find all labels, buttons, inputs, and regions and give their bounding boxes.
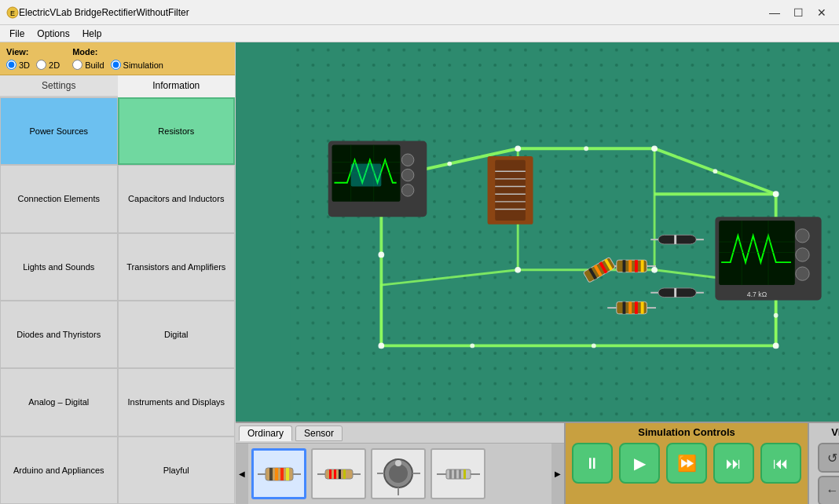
svg-point-46 [796, 248, 809, 261]
svg-point-17 [713, 169, 717, 173]
svg-point-18 [774, 313, 779, 318]
sim-pause-button[interactable]: ⏸ [572, 443, 613, 484]
comp-digital[interactable]: Digital [118, 301, 236, 368]
tray-tabs: Ordinary Sensor [236, 423, 564, 444]
comp-diodes-thyristors[interactable]: Diodes and Thyristors [0, 301, 118, 368]
move-left-button[interactable]: ← [818, 476, 840, 504]
tray-tab-ordinary[interactable]: Ordinary [239, 425, 292, 441]
svg-point-9 [651, 145, 658, 152]
comp-capacitors-inductors[interactable]: Capacitors and Inductors [118, 165, 236, 232]
mode-simulation-label[interactable]: Simulation [111, 60, 163, 70]
svg-rect-99 [454, 469, 456, 479]
view-3d-label[interactable]: 3D [6, 60, 30, 70]
svg-point-10 [773, 191, 779, 197]
view-radio-row: 3D 2D [6, 60, 60, 70]
titlebar: E ElectricVLab BridgeRectifierWithoutFil… [0, 0, 839, 25]
svg-rect-53 [628, 260, 632, 272]
svg-rect-55 [641, 260, 644, 272]
svg-point-36 [401, 169, 413, 181]
svg-rect-81 [286, 468, 289, 480]
tab-information[interactable]: Information [118, 75, 236, 97]
view-3d-radio[interactable] [6, 60, 16, 70]
comp-arduino-appliances[interactable]: Arduino and Appliances [0, 436, 118, 504]
tab-settings[interactable]: Settings [0, 75, 118, 97]
svg-rect-100 [459, 469, 461, 479]
svg-rect-22 [495, 160, 526, 221]
comp-connection-elements[interactable]: Connection Elements [0, 165, 118, 232]
tray-item-4[interactable] [430, 448, 485, 499]
main-layout: View: 3D 2D Mode: Build [0, 42, 839, 504]
svg-rect-69 [674, 235, 676, 244]
rotate-left-button[interactable]: ↺ [818, 443, 840, 473]
tray-item-2[interactable] [311, 448, 366, 499]
svg-rect-98 [449, 469, 452, 479]
tray-scroll-right[interactable]: ▶ [551, 444, 564, 504]
comp-playful[interactable]: Playful [118, 436, 236, 504]
app-icon: E [6, 6, 19, 19]
svg-rect-87 [339, 469, 341, 479]
bottom-area: Ordinary Sensor ◀ [236, 422, 839, 504]
tray-item-1[interactable] [251, 448, 306, 499]
svg-rect-85 [329, 469, 332, 479]
svg-point-19 [592, 344, 596, 349]
svg-rect-73 [674, 288, 676, 298]
svg-rect-78 [269, 468, 273, 480]
maximize-button[interactable]: ☐ [787, 5, 809, 20]
svg-point-14 [651, 267, 658, 273]
svg-point-15 [447, 162, 452, 166]
svg-rect-72 [658, 288, 696, 298]
comp-analog-digital[interactable]: Analog – Digital [0, 368, 118, 436]
svg-text:E: E [10, 9, 15, 17]
svg-point-45 [796, 229, 809, 243]
svg-point-6 [378, 252, 384, 258]
menu-options[interactable]: Options [31, 27, 75, 41]
tray-tab-sensor[interactable]: Sensor [295, 425, 343, 441]
menubar: File Options Help [0, 25, 839, 42]
sim-play-button[interactable]: ▶ [619, 443, 660, 484]
left-panel: View: 3D 2D Mode: Build [0, 42, 236, 504]
svg-point-8 [515, 145, 521, 152]
menu-help[interactable]: Help [76, 27, 108, 41]
svg-rect-61 [635, 301, 638, 313]
svg-rect-54 [635, 260, 638, 272]
view-2d-label[interactable]: 2D [36, 60, 60, 70]
comp-transistors-amplifiers[interactable]: Transistors and Amplifiers [118, 233, 236, 301]
svg-point-16 [584, 146, 588, 151]
circuit-canvas[interactable]: 4.7 kΩ [236, 42, 839, 422]
view-2d-radio[interactable] [36, 60, 46, 70]
svg-rect-86 [334, 469, 336, 479]
svg-point-13 [515, 267, 521, 273]
mode-radio-row: Build Simulation [72, 60, 163, 70]
tray-scroll-left[interactable]: ◀ [236, 444, 248, 504]
sim-step-button[interactable]: ⏭ [713, 443, 754, 484]
menu-file[interactable]: File [3, 27, 31, 41]
mode-build-label[interactable]: Build [72, 60, 104, 70]
view-buttons: ↺ ↑ 🔍+ ← ↓ → ↻ 🔍- [818, 443, 840, 504]
svg-text:4.7 kΩ: 4.7 kΩ [747, 290, 768, 298]
minimize-button[interactable]: — [764, 5, 786, 20]
view-mode-bar: View: 3D 2D Mode: Build [0, 42, 235, 75]
sim-rewind-button[interactable]: ⏮ [760, 443, 801, 484]
svg-rect-60 [628, 301, 632, 313]
sim-fast-forward-button[interactable]: ⏩ [666, 443, 707, 484]
close-button[interactable]: ✕ [811, 5, 833, 20]
view-controls-label: View Controls [831, 426, 839, 438]
comp-instruments-displays[interactable]: Instruments and Displays [118, 368, 236, 436]
mode-simulation-radio[interactable] [111, 60, 121, 70]
sim-controls-label: Simulation Controls [638, 426, 735, 438]
svg-point-47 [796, 267, 809, 280]
svg-point-35 [401, 154, 413, 166]
component-tray: Ordinary Sensor ◀ [236, 423, 566, 504]
comp-resistors[interactable]: Resistors [118, 97, 236, 165]
mode-build-radio[interactable] [72, 60, 82, 70]
comp-lights-sounds[interactable]: Lights and Sounds [0, 233, 118, 301]
svg-rect-38 [351, 164, 382, 187]
view-controls: View Controls ↺ ↑ 🔍+ ← ↓ → ↻ 🔍- [808, 423, 839, 504]
tray-item-3[interactable] [371, 448, 426, 499]
svg-rect-88 [343, 469, 346, 479]
left-tabs: Settings Information [0, 75, 235, 97]
svg-point-92 [395, 460, 401, 466]
mode-label: Mode: [72, 47, 163, 57]
sim-controls: Simulation Controls ⏸ ▶ ⏩ ⏭ ⏮ [566, 423, 808, 504]
comp-power-sources[interactable]: Power Sources [0, 97, 118, 165]
